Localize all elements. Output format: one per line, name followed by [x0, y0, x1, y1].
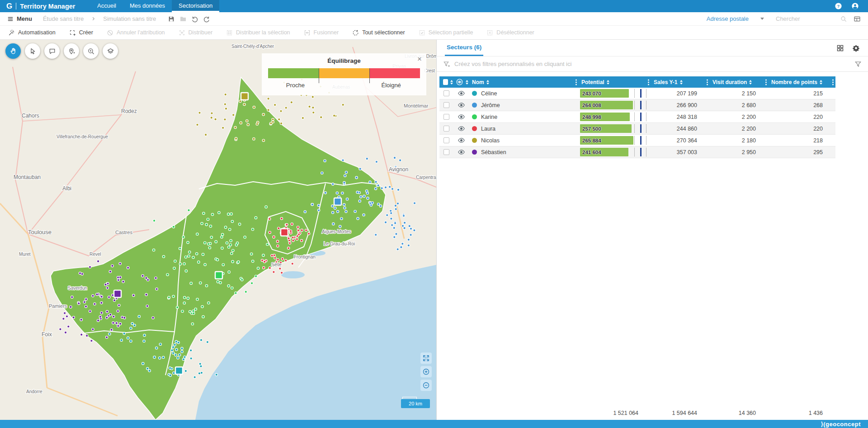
layout-grid-icon[interactable]: [854, 15, 861, 23]
fullscreen-icon[interactable]: [420, 353, 432, 364]
visibility-eye-icon[interactable]: [458, 148, 465, 156]
legend-label-eloigne: Éloigné: [381, 82, 401, 89]
undo-icon[interactable]: [191, 15, 198, 23]
map-canvas[interactable]: Saint-Chély-d'ApcherPrivasAubenasCrestLi…: [0, 40, 436, 420]
tab-mes-donnees[interactable]: Mes données: [123, 0, 172, 12]
cards-view-icon[interactable]: [836, 44, 844, 52]
open-folder-icon[interactable]: [179, 15, 187, 23]
map-label: Saverdun: [68, 286, 87, 291]
help-icon[interactable]: ?: [835, 2, 842, 10]
tab-accueil[interactable]: Accueil: [90, 0, 123, 12]
deselect-icon: [486, 29, 493, 36]
map-tool-pin[interactable]: [64, 43, 79, 59]
zoom-out-icon[interactable]: [420, 380, 432, 391]
visibility-eye-icon[interactable]: [458, 89, 465, 97]
potential-cell: 241 604: [579, 146, 651, 158]
select-partial-icon: [419, 29, 425, 36]
sort-potential-icon[interactable]: [607, 80, 609, 85]
visibility-column-icon[interactable]: [456, 78, 463, 86]
sort-visibility-icon[interactable]: [466, 80, 468, 85]
col-header-nom[interactable]: Nom: [472, 79, 484, 85]
table-row[interactable]: Sébastien 241 604 357 003 2 950 295: [439, 146, 835, 158]
close-icon[interactable]: ×: [417, 55, 422, 63]
col-header-potential[interactable]: Potential: [581, 79, 604, 85]
map-label: Pamiers: [49, 303, 67, 309]
sector-marker-sebastien: [114, 290, 121, 297]
search-icon[interactable]: [840, 15, 847, 23]
simulation-name[interactable]: Simulation sans titre: [103, 15, 156, 22]
redo-icon[interactable]: [203, 15, 210, 23]
total-visit-duration: 14 360: [710, 410, 769, 416]
table-row[interactable]: Jérôme 264 008 266 900 2 680 268: [439, 99, 835, 111]
menu-label: Menu: [17, 15, 32, 22]
column-menu-icon[interactable]: [648, 79, 649, 85]
column-menu-icon[interactable]: [576, 79, 577, 85]
study-name[interactable]: Étude sans titre: [43, 15, 84, 22]
potential-marker-target: [640, 136, 642, 145]
points-value: 295: [769, 149, 835, 155]
tab-sectorisation[interactable]: Sectorisation: [172, 0, 219, 12]
table-body: Céline 243 070 207 199 2 150 215 Jérôme …: [439, 88, 835, 158]
column-menu-icon[interactable]: [832, 79, 834, 85]
visibility-eye-icon[interactable]: [458, 113, 465, 121]
map-tool-cursor[interactable]: [25, 43, 40, 59]
col-header-points[interactable]: Nombre de points: [771, 79, 817, 85]
action-automatisation[interactable]: Automatisation: [8, 29, 56, 36]
gear-icon[interactable]: [852, 44, 860, 52]
tab-secteurs[interactable]: Secteurs (6): [445, 40, 483, 56]
potential-cell: 248 998: [579, 111, 651, 122]
potential-marker-dotted: [646, 89, 646, 98]
save-icon[interactable]: [168, 15, 175, 23]
action-fusionner: Fusionner: [304, 29, 339, 36]
visibility-eye-icon[interactable]: [458, 101, 465, 109]
table-row[interactable]: Céline 243 070 207 199 2 150 215: [439, 88, 835, 99]
map-label: Foix: [42, 331, 52, 338]
top-bar: G Territory Manager AccueilMes donnéesSe…: [0, 0, 868, 12]
row-checkbox[interactable]: [443, 126, 449, 132]
address-mode-select[interactable]: Adresse postale: [707, 15, 764, 22]
action-creer[interactable]: Créer: [69, 29, 93, 36]
map-tool-layers[interactable]: [103, 43, 118, 59]
table-row[interactable]: Nicolas 265 884 270 364 2 180 218: [439, 135, 835, 146]
column-menu-icon[interactable]: [707, 79, 708, 85]
row-checkbox[interactable]: [443, 137, 449, 143]
col-header-sales[interactable]: Sales Y-1: [654, 79, 678, 85]
zoom-in-icon[interactable]: [420, 366, 432, 377]
sort-visit-icon[interactable]: [749, 80, 752, 85]
visibility-eye-icon[interactable]: [458, 136, 465, 144]
sort-sales-icon[interactable]: [680, 80, 683, 85]
map-tool-hand[interactable]: [5, 43, 21, 59]
user-icon[interactable]: [851, 2, 859, 10]
potential-bar: 265 884: [580, 136, 633, 145]
menu-button[interactable]: Menu: [7, 15, 32, 22]
magnifier-icon: [87, 47, 95, 55]
potential-value: 265 884: [582, 138, 601, 143]
row-checkbox[interactable]: [443, 149, 449, 155]
table-row[interactable]: Laura 257 500 244 860 2 200 220: [439, 123, 835, 135]
map-tool-comment[interactable]: [44, 43, 60, 59]
filter-icon[interactable]: [854, 61, 862, 68]
potential-marker-target: [640, 89, 642, 98]
map-label: Muret: [19, 252, 31, 257]
sector-marker-celine: [175, 367, 183, 374]
sector-marker-jerome: [334, 198, 341, 205]
row-checkbox[interactable]: [443, 102, 449, 108]
select-all-checkbox[interactable]: [443, 79, 448, 85]
sort-points-icon[interactable]: [820, 80, 822, 85]
col-header-visit[interactable]: Visit duration: [712, 79, 747, 85]
column-menu-icon[interactable]: [765, 79, 767, 85]
row-checkbox[interactable]: [443, 114, 449, 120]
row-checkbox[interactable]: [443, 90, 449, 96]
total-potential: 1 521 064: [579, 410, 651, 416]
filter-bar[interactable]: Créez vos filtres personnalisés en cliqu…: [437, 56, 868, 72]
table-row[interactable]: Karine 248 998 248 318 2 200 220: [439, 111, 835, 123]
map-tool-magnifier[interactable]: [83, 43, 99, 59]
svg-text:?: ?: [837, 4, 840, 9]
sort-nom-icon[interactable]: [486, 80, 489, 85]
search-input[interactable]: [776, 15, 835, 22]
potential-marker-dotted: [634, 124, 635, 133]
visibility-eye-icon[interactable]: [458, 125, 465, 132]
action-tout-selectionner[interactable]: Tout sélectionner: [352, 29, 405, 36]
sales-value: 270 364: [651, 137, 710, 144]
brand: G Territory Manager: [0, 0, 90, 12]
